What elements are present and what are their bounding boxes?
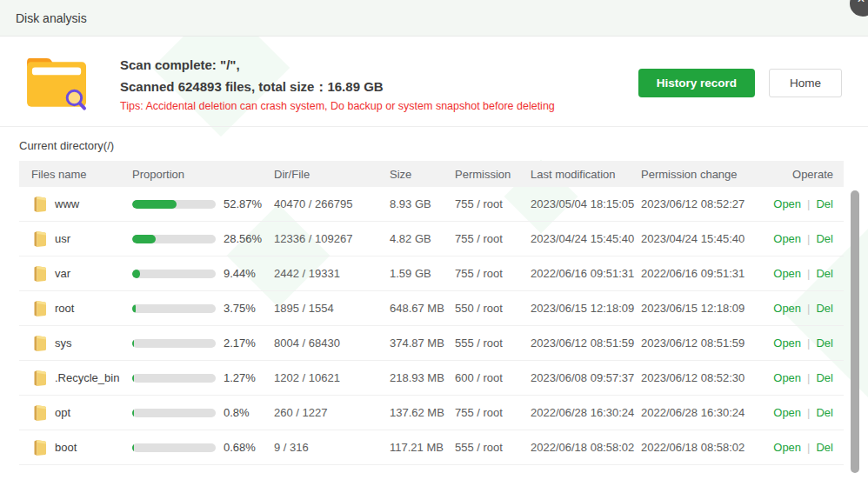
permission-change-value: 2023/06/12 08:52:30	[641, 371, 765, 384]
file-name: sys	[55, 336, 72, 350]
current-directory-label: Current directory(/)	[19, 139, 868, 152]
del-link[interactable]: Del	[816, 336, 833, 350]
action-separator: |	[807, 406, 810, 419]
last-modification-value: 2023/05/04 18:15:05	[531, 197, 641, 210]
dialog-titlebar: Disk analysis ✕	[0, 0, 868, 37]
operate-cell: Open | Del	[765, 232, 844, 245]
close-icon[interactable]: ✕	[850, 0, 868, 17]
table-row: boot 0.68% 9 / 316 117.21 MB 555 / root …	[19, 430, 844, 465]
proportion-cell: 0.8%	[132, 406, 274, 419]
del-link[interactable]: Del	[816, 302, 833, 315]
open-link[interactable]: Open	[773, 441, 801, 454]
last-modification-value: 2023/06/12 08:51:59	[531, 336, 641, 350]
del-link[interactable]: Del	[816, 441, 833, 454]
open-link[interactable]: Open	[773, 336, 801, 350]
dir-file-count: 12336 / 109267	[274, 232, 390, 245]
file-name-cell: sys	[19, 335, 132, 352]
file-name: var	[55, 267, 70, 280]
home-button[interactable]: Home	[769, 69, 842, 97]
file-name-cell: root	[19, 300, 132, 317]
file-name-cell: usr	[19, 230, 132, 248]
column-header: Last modification	[531, 168, 641, 181]
dir-file-count: 40470 / 266795	[274, 197, 390, 210]
last-modification-value: 2023/06/08 09:57:37	[531, 371, 641, 384]
folder-icon	[32, 265, 48, 283]
table-row: opt 0.8% 260 / 1227 137.62 MB 755 / root…	[19, 396, 844, 430]
proportion-bar	[132, 235, 216, 243]
proportion-value: 9.44%	[224, 267, 256, 280]
vertical-scrollbar[interactable]	[851, 190, 859, 473]
size-value: 8.93 GB	[390, 197, 455, 210]
file-name-cell: opt	[19, 404, 132, 422]
operate-cell: Open | Del	[765, 406, 844, 419]
operate-cell: Open | Del	[765, 336, 844, 350]
column-header: Proportion	[132, 168, 274, 181]
operate-cell: Open | Del	[765, 302, 844, 315]
del-link[interactable]: Del	[816, 267, 833, 280]
table-row: .Recycle_bin 1.27% 1202 / 10621 218.93 M…	[19, 361, 844, 396]
folder-scan-icon	[26, 55, 89, 112]
file-name-cell: .Recycle_bin	[19, 370, 132, 387]
permission-value: 555 / root	[455, 336, 531, 350]
proportion-bar	[132, 304, 216, 313]
column-header: Files name	[19, 168, 132, 181]
file-name: usr	[55, 232, 70, 245]
file-name: .Recycle_bin	[55, 371, 119, 384]
summary-buttons: History record Home	[638, 69, 842, 97]
action-separator: |	[807, 267, 810, 280]
del-link[interactable]: Del	[816, 371, 833, 384]
open-link[interactable]: Open	[773, 267, 801, 280]
dir-file-count: 260 / 1227	[274, 406, 390, 419]
folder-icon	[32, 196, 48, 213]
size-value: 117.21 MB	[390, 441, 455, 454]
size-value: 4.82 GB	[390, 232, 455, 245]
column-header: Size	[390, 168, 455, 181]
table-row: sys 2.17% 8004 / 68430 374.87 MB 555 / r…	[19, 326, 844, 361]
open-link[interactable]: Open	[773, 406, 801, 419]
proportion-bar	[132, 443, 216, 452]
table-body: www 52.87% 40470 / 266795 8.93 GB 755 / …	[19, 187, 844, 465]
column-header: Dir/File	[274, 168, 390, 181]
proportion-bar-fill	[132, 374, 134, 383]
scan-stats-line: Scanned 624893 files, total size：16.89 G…	[120, 76, 628, 97]
action-separator: |	[807, 302, 810, 315]
folder-icon	[32, 300, 48, 317]
scan-complete-line: Scan complete: "/",	[120, 54, 628, 76]
permission-value: 755 / root	[455, 267, 531, 280]
permission-value: 755 / root	[455, 406, 531, 419]
file-name-cell: www	[19, 196, 132, 213]
table-row: var 9.44% 2442 / 19331 1.59 GB 755 / roo…	[19, 256, 844, 291]
folder-icon	[32, 335, 48, 352]
scan-summary-text: Scan complete: "/", Scanned 624893 files…	[120, 54, 628, 112]
proportion-value: 2.17%	[224, 336, 256, 350]
folder-icon	[32, 439, 48, 456]
proportion-bar	[132, 339, 216, 348]
operate-cell: Open | Del	[765, 197, 844, 210]
operate-cell: Open | Del	[765, 441, 844, 454]
del-link[interactable]: Del	[816, 232, 833, 245]
size-value: 137.62 MB	[390, 406, 455, 419]
permission-change-value: 2023/06/12 08:51:59	[641, 336, 765, 350]
open-link[interactable]: Open	[773, 197, 801, 210]
del-link[interactable]: Del	[816, 406, 833, 419]
proportion-cell: 28.56%	[132, 232, 274, 245]
open-link[interactable]: Open	[773, 302, 801, 315]
file-name-cell: var	[19, 265, 132, 283]
file-name-cell: boot	[19, 439, 132, 456]
open-link[interactable]: Open	[773, 232, 801, 245]
proportion-cell: 0.68%	[132, 441, 274, 454]
proportion-cell: 2.17%	[132, 336, 274, 350]
open-link[interactable]: Open	[773, 371, 801, 384]
permission-change-value: 2023/04/24 15:45:40	[641, 232, 765, 245]
folder-icon	[32, 230, 48, 248]
del-link[interactable]: Del	[816, 197, 833, 210]
operate-cell: Open | Del	[765, 267, 844, 280]
history-record-button[interactable]: History record	[638, 69, 755, 97]
permission-change-value: 2022/06/28 16:30:24	[641, 406, 765, 419]
proportion-bar-fill	[132, 235, 156, 243]
action-separator: |	[807, 336, 810, 350]
disk-analysis-dialog: Disk analysis ✕ Scan complete: "/", Scan…	[0, 0, 868, 493]
file-name: root	[55, 302, 74, 315]
permission-change-value: 2022/06/18 08:58:02	[641, 441, 765, 454]
proportion-bar-fill	[132, 200, 177, 209]
